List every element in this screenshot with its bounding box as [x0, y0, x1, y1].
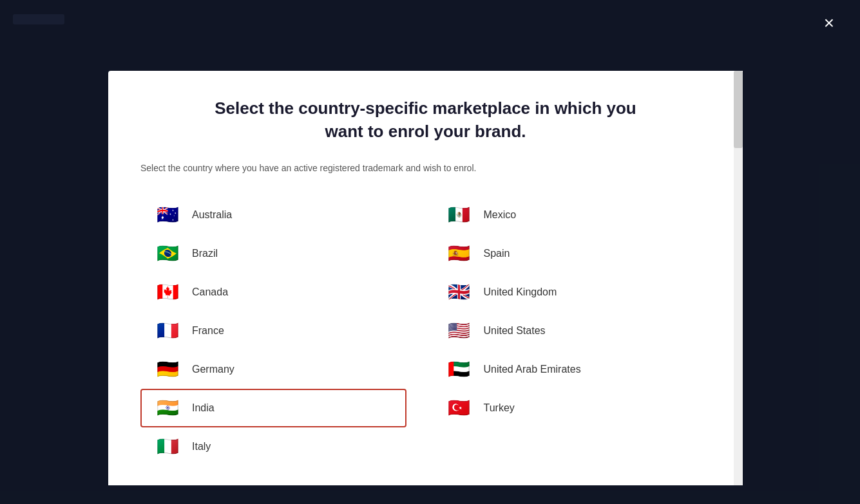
flag-fr: 🇫🇷 [152, 321, 183, 341]
flag-de: 🇩🇪 [152, 359, 183, 380]
country-label-ca: Canada [192, 286, 228, 298]
country-column-left: 🇦🇺 Australia 🇧🇷 Brazil 🇨🇦 Canada 🇫🇷 Fran… [140, 196, 406, 466]
country-label-it: Italy [192, 441, 211, 453]
flag-es: 🇪🇸 [444, 243, 475, 264]
country-grid: 🇦🇺 Australia 🇧🇷 Brazil 🇨🇦 Canada 🇫🇷 Fran… [140, 196, 711, 466]
country-item-us[interactable]: 🇺🇸 United States [432, 312, 698, 350]
country-label-gb: United Kingdom [484, 286, 557, 298]
country-label-de: Germany [192, 364, 234, 375]
country-item-br[interactable]: 🇧🇷 Brazil [140, 234, 406, 273]
flag-au: 🇦🇺 [152, 205, 183, 225]
flag-gb: 🇬🇧 [444, 282, 475, 303]
modal-title: Select the country-specific marketplace … [200, 97, 651, 144]
modal-wrapper: Select the country-specific marketplace … [108, 71, 860, 504]
country-item-ca[interactable]: 🇨🇦 Canada [140, 273, 406, 312]
country-item-au[interactable]: 🇦🇺 Australia [140, 196, 406, 234]
modal-scrollbar-thumb [734, 71, 743, 148]
country-item-tr[interactable]: 🇹🇷 Turkey [432, 389, 698, 427]
country-column-right: 🇲🇽 Mexico 🇪🇸 Spain 🇬🇧 United Kingdom 🇺🇸 … [432, 196, 698, 466]
close-icon: × [824, 13, 834, 33]
country-label-tr: Turkey [484, 402, 515, 414]
country-item-it[interactable]: 🇮🇹 Italy [140, 427, 406, 466]
country-label-fr: France [192, 325, 224, 337]
country-item-mx[interactable]: 🇲🇽 Mexico [432, 196, 698, 234]
close-button[interactable]: × [817, 12, 841, 35]
flag-br: 🇧🇷 [152, 243, 183, 264]
country-label-in: India [192, 402, 215, 414]
country-item-fr[interactable]: 🇫🇷 France [140, 312, 406, 350]
country-label-es: Spain [484, 248, 510, 259]
country-label-ae: United Arab Emirates [484, 364, 581, 375]
modal-subtitle: Select the country where you have an act… [140, 163, 711, 173]
flag-mx: 🇲🇽 [444, 205, 475, 225]
modal-scrollbar[interactable] [734, 71, 743, 485]
flag-ae: 🇦🇪 [444, 359, 475, 380]
country-item-ae[interactable]: 🇦🇪 United Arab Emirates [432, 350, 698, 389]
country-item-es[interactable]: 🇪🇸 Spain [432, 234, 698, 273]
country-label-br: Brazil [192, 248, 218, 259]
flag-tr: 🇹🇷 [444, 398, 475, 418]
country-label-us: United States [484, 325, 546, 337]
country-item-gb[interactable]: 🇬🇧 United Kingdom [432, 273, 698, 312]
country-label-au: Australia [192, 209, 232, 221]
country-label-mx: Mexico [484, 209, 517, 221]
country-item-in[interactable]: 🇮🇳 India [140, 389, 406, 427]
flag-it: 🇮🇹 [152, 436, 183, 457]
flag-ca: 🇨🇦 [152, 282, 183, 303]
modal-container: Select the country-specific marketplace … [108, 71, 743, 485]
flag-in: 🇮🇳 [152, 398, 183, 418]
flag-us: 🇺🇸 [444, 321, 475, 341]
country-item-de[interactable]: 🇩🇪 Germany [140, 350, 406, 389]
